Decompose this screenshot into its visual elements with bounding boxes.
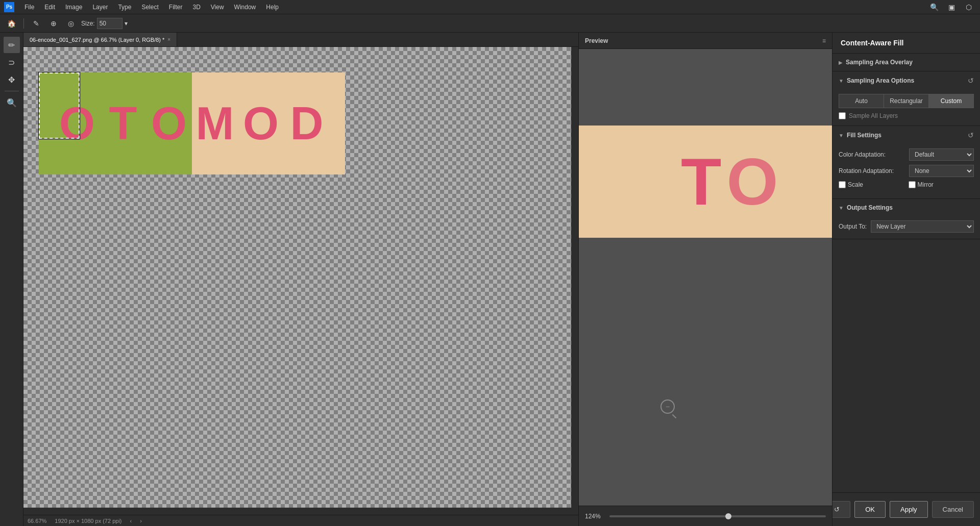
fill-settings-reset[interactable]: ↺ [968,131,974,139]
letter-row: O T O M O D [39,72,345,174]
zoom-thumb[interactable] [725,513,731,519]
output-to-select[interactable]: New Layer [871,220,974,233]
horizontal-scrollbar[interactable] [23,508,571,515]
size-label: Size: [81,20,95,27]
mirror-checkbox-group: Mirror [909,181,974,188]
tab-bar: 06-encode_001_627.png @ 66.7% (Layer 0, … [23,33,578,47]
preview-image: T O [579,126,832,238]
home-button[interactable]: 🏠 [4,16,18,31]
preview-title: Preview [585,37,608,44]
output-settings-title: Output Settings [847,204,893,211]
sampling-options-reset[interactable]: ↺ [968,77,974,85]
selection-marquee [39,72,80,139]
sample-all-layers-checkbox[interactable] [839,112,846,119]
vertical-scrollbar[interactable] [571,47,578,515]
action-buttons: ↺ OK Apply Cancel [832,492,980,526]
workspace-button[interactable]: ▣ [944,0,959,14]
menu-window[interactable]: Window [230,3,260,12]
color-adaptation-row: Color Adaptation: Default [839,148,974,161]
fill-settings-title: Fill Settings [847,132,881,139]
letter-O3: O [238,101,284,146]
color-adaptation-select[interactable]: Default [909,148,974,161]
zoom-tool[interactable]: 🔍 [4,94,20,111]
mirror-label: Mirror [918,181,934,188]
menu-image[interactable]: Image [61,3,86,12]
brush-tool-btn[interactable]: ✎ [29,16,43,31]
letter-O2: O [146,101,192,146]
menu-3d[interactable]: 3D [188,3,204,12]
size-control: Size: ▾ [81,18,128,29]
output-settings-content: Output To: New Layer [832,216,980,239]
fill-settings-section: ▼ Fill Settings ↺ Color Adaptation: Defa… [832,126,980,199]
output-settings-header[interactable]: ▼ Output Settings [832,199,980,216]
zoom-slider[interactable] [609,515,826,517]
menu-filter[interactable]: Filter [165,3,187,12]
menu-bar: Ps File Edit Image Layer Type Select Fil… [0,0,980,14]
tab-close-button[interactable]: × [167,37,170,42]
sampling-custom-btn[interactable]: Custom [929,94,973,108]
preview-collapse-icon[interactable]: ≡ [822,37,826,44]
scale-label: Scale [848,181,863,188]
image-canvas: O T O M O D [39,72,345,174]
active-tab[interactable]: 06-encode_001_627.png @ 66.7% (Layer 0, … [23,33,177,46]
output-settings-arrow: ▼ [839,205,844,211]
color-adaptation-label: Color Adaptation: [839,151,905,158]
main-area: ✏ ⊃ ✥ 🔍 06-encode_001_627.png @ 66.7% (L… [0,33,980,526]
sampling-options-title: Sampling Area Options [847,77,914,84]
letter-T: T [100,101,146,146]
scale-checkbox-group: Scale [839,181,904,188]
sampling-rectangular-btn[interactable]: Rectangular [884,94,929,108]
move-tool[interactable]: ✥ [4,71,20,88]
preview-footer: 124% [579,506,832,526]
canvas-dimensions: 1920 px × 1080 px (72 ppi) [55,518,121,524]
size-dropdown-icon[interactable]: ▾ [125,20,128,27]
left-tool-panel: ✏ ⊃ ✥ 🔍 [0,33,23,526]
sampling-overlay-header[interactable]: ▶ Sampling Area Overlay [832,54,980,71]
settings-panel: Content-Aware Fill ▶ Sampling Area Overl… [832,33,980,526]
preview-letters: T O [579,143,778,220]
nav-next[interactable]: › [140,518,142,524]
menu-help[interactable]: Help [262,3,283,12]
rotation-adaptation-select[interactable]: None [909,165,974,177]
size-input[interactable] [97,18,122,29]
preview-header: Preview ≡ [579,33,832,49]
circle-btn[interactable]: ◎ [64,16,78,31]
lasso-tool[interactable]: ⊃ [4,54,20,70]
apply-button[interactable]: Apply [890,501,928,518]
status-bar: 66.67% 1920 px × 1080 px (72 ppi) ‹ › [23,515,578,526]
menu-select[interactable]: Select [137,3,162,12]
search-button[interactable]: 🔍 [927,0,941,14]
zoom-cursor: − [660,399,675,414]
canvas-area: 06-encode_001_627.png @ 66.7% (Layer 0, … [23,33,578,526]
fill-settings-arrow: ▼ [839,133,844,138]
tab-filename: 06-encode_001_627.png @ 66.7% (Layer 0, … [30,37,164,43]
sampling-overlay-arrow: ▶ [839,60,843,65]
scale-checkbox[interactable] [839,181,846,188]
menu-file[interactable]: File [20,3,38,12]
menu-view[interactable]: View [207,3,228,12]
mirror-checkbox[interactable] [909,181,916,188]
sampling-options-header[interactable]: ▼ Sampling Area Options ↺ [832,71,980,90]
preview-letter-O: O [726,143,778,220]
preview-letter-T: T [681,143,721,220]
sample-all-layers-label: Sample All Layers [849,112,898,119]
fill-settings-content: Color Adaptation: Default Rotation Adapt… [832,144,980,198]
target-btn[interactable]: ⊕ [46,16,61,31]
cancel-button[interactable]: Cancel [932,501,974,518]
fill-settings-header[interactable]: ▼ Fill Settings ↺ [832,126,980,144]
sampling-auto-btn[interactable]: Auto [839,94,884,108]
brush-tool[interactable]: ✏ [4,37,20,53]
reset-icon: ↺ [834,506,840,513]
menu-edit[interactable]: Edit [40,3,59,12]
ps-logo: Ps [4,2,14,12]
preview-zoom-label: 124% [585,513,605,520]
letter-M: M [192,101,238,146]
sampling-options-section: ▼ Sampling Area Options ↺ Auto Rectangul… [832,71,980,126]
menu-layer[interactable]: Layer [88,3,112,12]
share-button[interactable]: ⬡ [962,0,976,14]
nav-prev[interactable]: ‹ [130,518,132,524]
ok-button[interactable]: OK [854,501,886,518]
reset-button[interactable]: ↺ [832,501,850,518]
menu-type[interactable]: Type [114,3,135,12]
sampling-options-arrow: ▼ [839,78,844,84]
